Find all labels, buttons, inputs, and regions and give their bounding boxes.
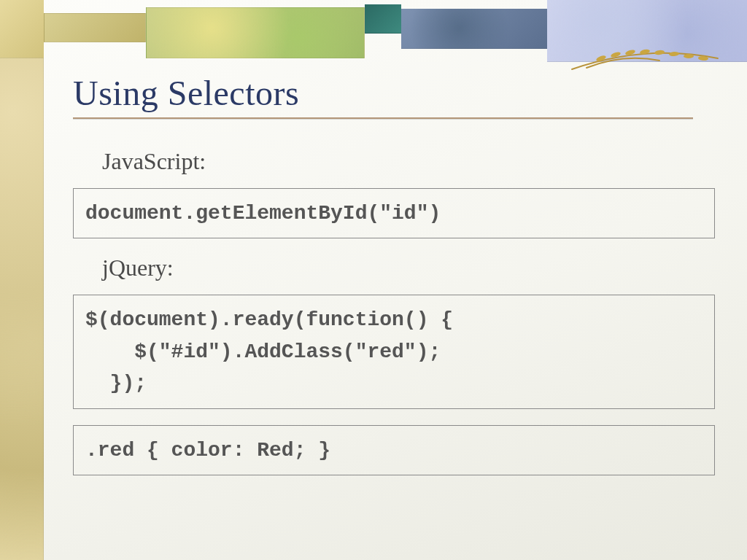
decor-panel [401, 9, 547, 49]
decor-panel [44, 13, 146, 42]
section-label-jquery: jQuery: [102, 254, 725, 281]
decor-panel [547, 0, 747, 62]
decor-panel [146, 7, 365, 58]
section-label-javascript: JavaScript: [102, 148, 725, 175]
code-box-css: .red { color: Red; } [73, 425, 715, 475]
decor-panel [0, 0, 44, 58]
title-underline [73, 117, 693, 119]
slide-title: Using Selectors [73, 73, 725, 114]
code-box-jquery: $(document).ready(function() { $("#id").… [73, 295, 715, 408]
decor-panel [365, 4, 401, 34]
decorative-left-border [0, 0, 44, 560]
code-box-javascript: document.getElementById("id") [73, 188, 715, 238]
decorative-top-border [0, 0, 747, 73]
presentation-slide: Using Selectors JavaScript: document.get… [0, 0, 747, 560]
slide-content: Using Selectors JavaScript: document.get… [73, 73, 725, 545]
